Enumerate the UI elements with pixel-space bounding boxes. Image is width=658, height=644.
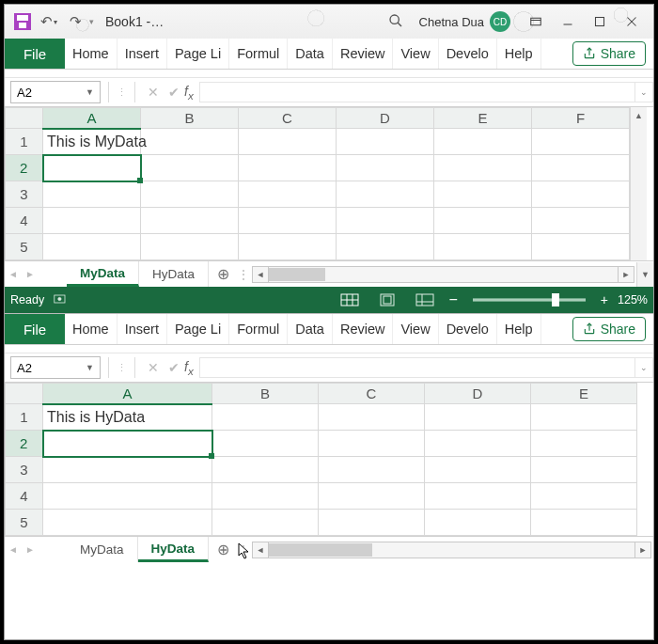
cell[interactable] bbox=[337, 129, 434, 155]
cell[interactable] bbox=[43, 483, 212, 510]
cell[interactable] bbox=[319, 457, 425, 483]
cell[interactable] bbox=[531, 431, 637, 457]
name-box[interactable]: A2▼ bbox=[10, 356, 101, 379]
cell[interactable] bbox=[43, 457, 212, 483]
col-header[interactable]: D bbox=[337, 108, 434, 129]
tab-help[interactable]: Help bbox=[497, 314, 541, 344]
cell[interactable] bbox=[434, 181, 532, 208]
add-sheet-button[interactable]: ⊕ bbox=[209, 265, 237, 283]
tab-insert[interactable]: Insert bbox=[118, 314, 167, 344]
cell[interactable] bbox=[212, 510, 319, 536]
cell[interactable] bbox=[239, 129, 337, 155]
col-header[interactable]: D bbox=[425, 384, 531, 404]
tab-home[interactable]: Home bbox=[65, 314, 118, 344]
file-tab[interactable]: File bbox=[5, 314, 65, 344]
expand-formula-icon[interactable]: ⌄ bbox=[634, 82, 653, 102]
cell[interactable] bbox=[531, 510, 637, 536]
formula-input[interactable] bbox=[199, 82, 634, 102]
cell[interactable] bbox=[141, 208, 239, 234]
cell[interactable] bbox=[141, 155, 239, 181]
row-header[interactable]: 2 bbox=[6, 431, 43, 457]
cell[interactable] bbox=[425, 404, 531, 431]
cell[interactable] bbox=[532, 181, 630, 208]
cell[interactable] bbox=[434, 208, 532, 234]
cell[interactable] bbox=[239, 155, 337, 181]
enter-icon[interactable]: ✔ bbox=[164, 85, 184, 100]
cell[interactable] bbox=[319, 510, 425, 536]
cell[interactable] bbox=[43, 234, 141, 260]
tab-view[interactable]: View bbox=[393, 314, 438, 344]
row-header[interactable]: 2 bbox=[6, 155, 43, 181]
sheet-tab-mydata[interactable]: MyData bbox=[67, 537, 138, 562]
tab-developer[interactable]: Develo bbox=[439, 39, 497, 69]
col-header[interactable]: E bbox=[531, 384, 637, 404]
cell[interactable] bbox=[337, 181, 434, 208]
name-box[interactable]: A2▼ bbox=[10, 81, 101, 103]
cell[interactable] bbox=[337, 208, 434, 234]
cell[interactable] bbox=[141, 129, 239, 155]
cell-selected[interactable] bbox=[43, 155, 141, 181]
share-button[interactable]: Share bbox=[572, 317, 646, 341]
cell[interactable] bbox=[212, 457, 319, 483]
col-header[interactable]: C bbox=[319, 384, 425, 404]
col-header[interactable]: B bbox=[212, 384, 319, 404]
zoom-slider[interactable] bbox=[473, 298, 586, 302]
tab-review[interactable]: Review bbox=[333, 314, 394, 344]
share-button[interactable]: Share bbox=[572, 41, 646, 66]
tab-formulas[interactable]: Formul bbox=[229, 314, 288, 344]
tab-help[interactable]: Help bbox=[497, 39, 541, 69]
cell[interactable] bbox=[337, 234, 434, 260]
tab-page-layout[interactable]: Page Li bbox=[167, 314, 229, 344]
sheet-nav-next[interactable]: ► bbox=[22, 544, 39, 555]
row-header[interactable]: 1 bbox=[6, 129, 43, 155]
maximize-button[interactable] bbox=[584, 8, 616, 35]
cell[interactable] bbox=[239, 234, 337, 260]
sheet-nav-prev[interactable]: ◄ bbox=[5, 544, 22, 555]
enter-icon[interactable]: ✔ bbox=[164, 360, 184, 375]
sheet-tab-hydata[interactable]: HyData bbox=[138, 537, 210, 562]
search-button[interactable] bbox=[384, 9, 408, 34]
zoom-in[interactable]: + bbox=[601, 292, 608, 307]
vscroll-down[interactable]: ▼ bbox=[636, 262, 653, 287]
cell[interactable] bbox=[532, 234, 630, 260]
cell[interactable] bbox=[43, 208, 141, 234]
zoom-out[interactable]: − bbox=[448, 291, 457, 308]
user-account[interactable]: Chetna Dua CD bbox=[419, 11, 510, 32]
col-header[interactable]: E bbox=[434, 108, 532, 129]
cell[interactable] bbox=[319, 431, 425, 457]
view-normal[interactable] bbox=[336, 291, 364, 309]
add-sheet-button[interactable]: ⊕ bbox=[209, 541, 237, 558]
col-header[interactable]: F bbox=[532, 108, 630, 129]
col-header[interactable]: C bbox=[239, 108, 337, 129]
close-button[interactable] bbox=[616, 8, 648, 35]
tab-view[interactable]: View bbox=[393, 39, 438, 69]
row-header[interactable]: 5 bbox=[6, 510, 43, 536]
save-button[interactable] bbox=[10, 9, 35, 34]
cell[interactable] bbox=[43, 181, 141, 208]
cell[interactable] bbox=[337, 155, 434, 181]
cell[interactable] bbox=[425, 457, 531, 483]
tab-home[interactable]: Home bbox=[65, 39, 118, 69]
cell[interactable] bbox=[434, 129, 532, 155]
cell[interactable] bbox=[141, 234, 239, 260]
row-header[interactable]: 1 bbox=[6, 404, 43, 431]
file-tab[interactable]: File bbox=[5, 39, 65, 69]
cell[interactable] bbox=[319, 483, 425, 510]
cell[interactable] bbox=[425, 431, 531, 457]
row-header[interactable]: 3 bbox=[6, 181, 43, 208]
sheet-nav-next[interactable]: ► bbox=[22, 269, 39, 279]
vertical-scrollbar[interactable]: ▲ bbox=[630, 107, 647, 260]
tab-data[interactable]: Data bbox=[288, 39, 333, 69]
ribbon-mode-button[interactable] bbox=[520, 8, 552, 35]
row-header[interactable]: 3 bbox=[6, 457, 43, 483]
expand-formula-icon[interactable]: ⌄ bbox=[634, 357, 653, 378]
cell[interactable] bbox=[531, 457, 637, 483]
cell[interactable] bbox=[425, 510, 531, 536]
cell[interactable] bbox=[212, 404, 319, 431]
view-page-break[interactable] bbox=[411, 291, 439, 309]
cell[interactable] bbox=[319, 404, 425, 431]
cell[interactable] bbox=[531, 483, 637, 510]
tab-data[interactable]: Data bbox=[288, 314, 333, 344]
cell[interactable]: This is HyData bbox=[43, 404, 212, 431]
cancel-icon[interactable]: ✕ bbox=[143, 85, 164, 100]
